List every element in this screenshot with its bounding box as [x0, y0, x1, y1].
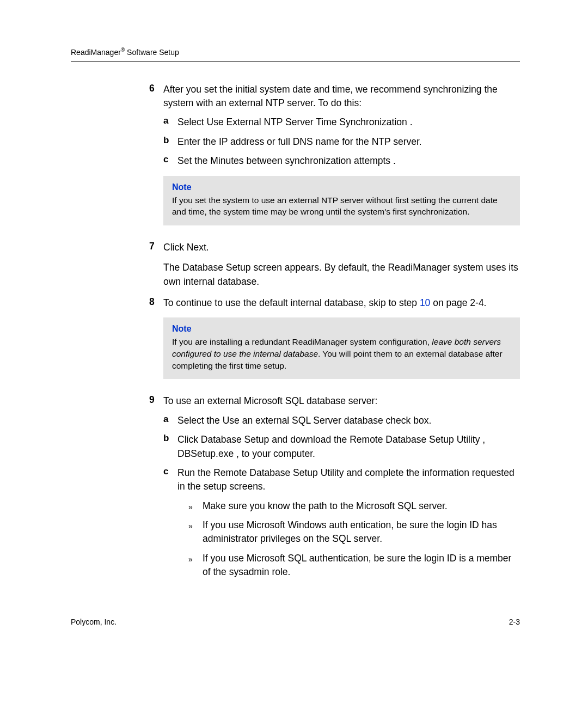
step-9c: c Run the Remote Database Setup Utility …: [177, 466, 520, 579]
bullet-marker: »: [188, 502, 193, 512]
sub-text: Select Use External NTP Server Time Sync…: [177, 115, 520, 129]
step-6: 6 After you set the initial system date …: [163, 83, 520, 168]
step-6-sublist: a Select Use External NTP Server Time Sy…: [177, 115, 520, 168]
step-text: After you set the initial system date an…: [163, 83, 520, 111]
sub-text: Click Database Setup and download the Re…: [177, 433, 520, 461]
step-6a: a Select Use External NTP Server Time Sy…: [177, 115, 520, 129]
header-title-suffix: Software Setup: [125, 48, 179, 57]
note-box-2: Note If you are installing a redundant R…: [163, 317, 520, 379]
sub-letter: a: [163, 115, 168, 126]
sub-letter: c: [163, 466, 168, 477]
step-9-sublist: a Select the Use an external SQL Server …: [177, 414, 520, 579]
step-number: 9: [149, 394, 155, 406]
step-number: 6: [149, 83, 155, 94]
sub-letter: c: [163, 154, 168, 165]
sub-text: Select the Use an external SQL Server da…: [177, 414, 520, 427]
sub-letter: b: [163, 135, 169, 146]
page-header: ReadiManager® Software Setup: [71, 47, 520, 57]
step-number: 8: [149, 296, 155, 308]
step-6c: c Set the Minutes between synchronizatio…: [177, 154, 520, 168]
note-box-1: Note If you set the system to use an ext…: [163, 176, 520, 225]
page: ReadiManager® Software Setup 6 After you…: [0, 0, 588, 709]
step-9: 9 To use an external Microsoft SQL datab…: [163, 394, 520, 579]
step-text: To continue to use the default internal …: [163, 296, 520, 310]
bullet-item: » If you use Microsoft SQL authenticatio…: [192, 552, 520, 579]
sub-text: Set the Minutes between synchronization …: [177, 154, 520, 168]
note-text: If you are installing a redundant ReadiM…: [172, 336, 511, 371]
bullet-marker: »: [188, 521, 193, 531]
step-9a: a Select the Use an external SQL Server …: [177, 414, 520, 427]
step-8-post: on page 2-4.: [430, 297, 486, 308]
sub-letter: b: [163, 433, 169, 444]
footer-company: Polycom, Inc.: [71, 618, 117, 626]
step-9c-bullets: » Make sure you know the path to the Mic…: [192, 499, 520, 579]
header-divider: [71, 61, 520, 62]
note-text: If you set the system to use an external…: [172, 194, 511, 218]
step-7-extra: The Database Setup screen appears. By de…: [163, 261, 520, 289]
header-title-prefix: ReadiManager: [71, 48, 121, 57]
note2-pre: If you are installing a redundant ReadiM…: [172, 337, 432, 346]
step-6b: b Enter the IP address or full DNS name …: [177, 135, 520, 149]
bullet-marker: »: [188, 554, 193, 565]
step-7: 7 Click Next. The Database Setup screen …: [163, 241, 520, 289]
bullet-text: If you use Microsoft SQL authentication,…: [203, 553, 511, 577]
step-number: 7: [149, 241, 155, 252]
note-title: Note: [172, 182, 511, 192]
step-text: To use an external Microsoft SQL databas…: [163, 394, 520, 408]
sub-letter: a: [163, 414, 168, 425]
content: 6 After you set the initial system date …: [163, 83, 520, 579]
step-8: 8 To continue to use the default interna…: [163, 296, 520, 310]
footer-page-number: 2-3: [509, 618, 520, 626]
bullet-text: If you use Microsoft Windows auth entica…: [203, 519, 497, 544]
step-8-pre: To continue to use the default internal …: [163, 297, 420, 308]
footer: Polycom, Inc. 2-3: [71, 618, 520, 626]
bullet-item: » Make sure you know the path to the Mic…: [192, 499, 520, 513]
bullet-item: » If you use Microsoft Windows auth enti…: [192, 518, 520, 546]
step-8-link[interactable]: 10: [420, 297, 430, 308]
bullet-text: Make sure you know the path to the Micro…: [203, 500, 448, 511]
note-title: Note: [172, 324, 511, 334]
sub-text: Enter the IP address or full DNS name fo…: [177, 135, 520, 149]
step-text: Click Next.: [163, 241, 520, 254]
sub-text: Run the Remote Database Setup Utility an…: [177, 466, 520, 494]
step-9b: b Click Database Setup and download the …: [177, 433, 520, 461]
